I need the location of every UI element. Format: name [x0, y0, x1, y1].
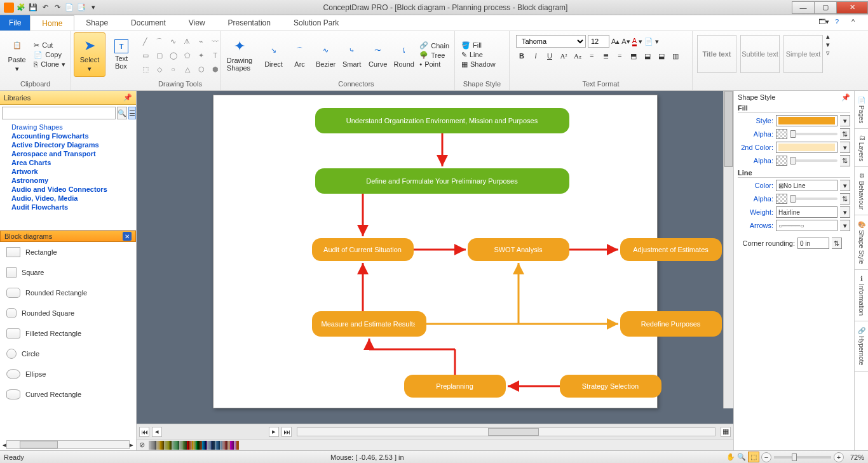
canvas[interactable]: Understand Organization Environment, Mis… — [137, 91, 733, 424]
shape-item[interactable]: Rounded Rectangle — [0, 283, 136, 303]
style-title[interactable]: Title text — [697, 35, 736, 73]
columns-icon[interactable]: ▥ — [670, 50, 681, 62]
maximize-button[interactable]: ▢ — [814, 1, 837, 14]
gallery-more-icon[interactable]: ▿ — [826, 49, 830, 57]
shape-list[interactable]: Rectangle Square Rounded Rectangle Round… — [0, 242, 136, 439]
clone-button[interactable]: ⎘ Clone ▾ — [34, 60, 65, 69]
fill-button[interactable]: 🪣 Fill — [461, 41, 496, 50]
color-swatch[interactable] — [238, 441, 239, 450]
italic-button[interactable]: I — [530, 50, 541, 62]
subscript-button[interactable]: A₂ — [572, 50, 583, 62]
pin-icon[interactable]: 📌 — [123, 93, 132, 102]
corner-rounding-input[interactable]: 0 in — [797, 238, 829, 249]
bold-button[interactable]: B — [516, 50, 527, 62]
status-icon[interactable]: ✋ — [726, 453, 735, 461]
highlight-icon[interactable]: 📄 — [644, 37, 653, 46]
connector-smart[interactable]: ⤷Smart — [339, 32, 365, 77]
last-page-icon[interactable]: ⏭ — [281, 427, 292, 437]
no-fill-icon[interactable]: ⊘ — [139, 441, 148, 449]
prev-page-icon[interactable]: ◂ — [152, 427, 162, 437]
tool-rect-icon[interactable]: ▭ — [139, 49, 152, 62]
arrows-dropdown[interactable]: ○────○ — [776, 220, 837, 231]
style-simple[interactable]: Simple text — [783, 35, 823, 73]
dropdown-icon[interactable]: ▾ — [840, 206, 850, 218]
library-search-input[interactable] — [2, 107, 116, 119]
alpha2-slider[interactable] — [790, 159, 837, 162]
diagram-block[interactable]: Define and Formulate Your Preliminary Pu… — [315, 168, 569, 194]
file-tab[interactable]: File — [0, 15, 30, 30]
shape-item[interactable]: Square — [0, 262, 136, 283]
qat-save-icon[interactable]: 💾 — [28, 3, 38, 13]
tab-document[interactable]: Document — [119, 15, 177, 30]
first-page-icon[interactable]: ⏮ — [139, 427, 149, 437]
tab-shape[interactable]: Shape — [74, 15, 119, 30]
alpha-spin[interactable]: ⇅ — [840, 128, 850, 140]
second-color-dropdown[interactable] — [776, 142, 837, 153]
sidetab-shape-style[interactable]: 🎨 Shape Style — [855, 215, 868, 270]
shadow-button[interactable]: ▦ Shadow — [461, 60, 496, 69]
tree-node[interactable]: Artwork — [0, 167, 136, 176]
tool-polyline-icon[interactable]: ⩚ — [181, 35, 194, 48]
cut-button[interactable]: ✂ Cut — [34, 41, 65, 50]
tool-icon[interactable]: ⬚ — [139, 63, 152, 76]
horizontal-scrollbar[interactable] — [297, 427, 715, 436]
tree-node[interactable]: Astronomy — [0, 176, 136, 185]
sidetab-information[interactable]: ℹ Information — [855, 270, 868, 321]
tree-node[interactable]: Aerospace and Transport — [0, 149, 136, 158]
font-size-input[interactable] — [588, 35, 609, 48]
alpha-swatch[interactable] — [776, 129, 787, 139]
diagram-block[interactable]: Strategy Selection — [560, 375, 661, 398]
vertical-scrollbar[interactable] — [723, 91, 733, 408]
collapse-ribbon-icon[interactable]: ^ — [851, 18, 862, 28]
tool-icon[interactable]: △ — [181, 63, 194, 76]
tab-presentation[interactable]: Presentation — [217, 15, 282, 30]
tree-node[interactable]: Accounting Flowcharts — [0, 131, 136, 140]
copy-button[interactable]: 📄 Copy — [34, 51, 65, 59]
dropdown-icon[interactable]: ▾ — [840, 180, 850, 191]
connector-curve[interactable]: 〜Curve — [365, 32, 391, 77]
view-mode-icon[interactable]: ☰ — [128, 107, 136, 119]
align-top-icon[interactable]: ⬒ — [628, 50, 639, 62]
alpha-slider[interactable] — [790, 133, 837, 135]
qat-redo-icon[interactable]: ↷ — [52, 3, 62, 13]
weight-dropdown[interactable]: Hairline — [776, 206, 837, 218]
gallery-down-icon[interactable]: ▾ — [826, 41, 830, 49]
alpha2-spin[interactable]: ⇅ — [840, 155, 850, 166]
tool-ellipse-icon[interactable]: ◯ — [167, 49, 180, 62]
qat-icon[interactable]: 📄 — [64, 3, 74, 13]
pin-icon[interactable]: 📌 — [841, 93, 850, 102]
tool-icon[interactable]: ◇ — [153, 63, 166, 76]
shape-item[interactable]: Ellipse — [0, 364, 136, 384]
next-page-icon[interactable]: ▸ — [269, 427, 279, 437]
tool-roundrect-icon[interactable]: ▢ — [153, 49, 166, 62]
line-alpha-slider[interactable] — [790, 198, 837, 200]
tool-icon[interactable]: ○ — [167, 63, 180, 76]
font-color-icon[interactable]: A — [632, 37, 637, 46]
diagram-block[interactable]: Redefine Purposes — [620, 311, 722, 337]
close-button[interactable]: ✕ — [836, 1, 868, 14]
sidetab-pages[interactable]: 📄 Pages — [855, 91, 868, 129]
diagram-block[interactable]: Adjustment of Estimates — [620, 238, 722, 261]
tool-curve-icon[interactable]: ∿ — [167, 35, 180, 48]
connector-arc[interactable]: ⌒Arc — [287, 32, 313, 77]
tool-line-icon[interactable]: ╱ — [139, 35, 152, 48]
tab-home[interactable]: Home — [30, 15, 74, 30]
sidetab-hypernote[interactable]: 🔗 Hypernote — [855, 321, 868, 371]
chain-button[interactable]: 🔗 Chain — [419, 41, 449, 50]
tree-button[interactable]: 🌳 Tree — [419, 51, 449, 59]
dropdown-icon[interactable]: ▾ — [840, 115, 850, 126]
tree-node[interactable]: Active Directory Diagrams — [0, 140, 136, 149]
tool-icon[interactable]: ⬡ — [195, 63, 208, 76]
tool-icon[interactable]: ⬢ — [209, 63, 222, 76]
shapes-category[interactable]: Block diagrams ✕ — [0, 231, 136, 242]
tree-node[interactable]: Area Charts — [0, 158, 136, 167]
search-icon[interactable]: 🔍 — [117, 107, 127, 119]
line-alpha-spin[interactable]: ⇅ — [840, 193, 850, 205]
qat-dropdown-icon[interactable]: ▾ — [88, 3, 98, 13]
minimize-button[interactable]: — — [792, 1, 815, 14]
shape-item[interactable]: Rectangle — [0, 242, 136, 262]
zoom-out-button[interactable]: − — [761, 452, 771, 462]
textbox-button[interactable]: T Text Box — [105, 32, 137, 77]
point-button[interactable]: • Point — [419, 60, 449, 68]
library-tree[interactable]: Drawing Shapes Accounting Flowcharts Act… — [0, 121, 136, 231]
